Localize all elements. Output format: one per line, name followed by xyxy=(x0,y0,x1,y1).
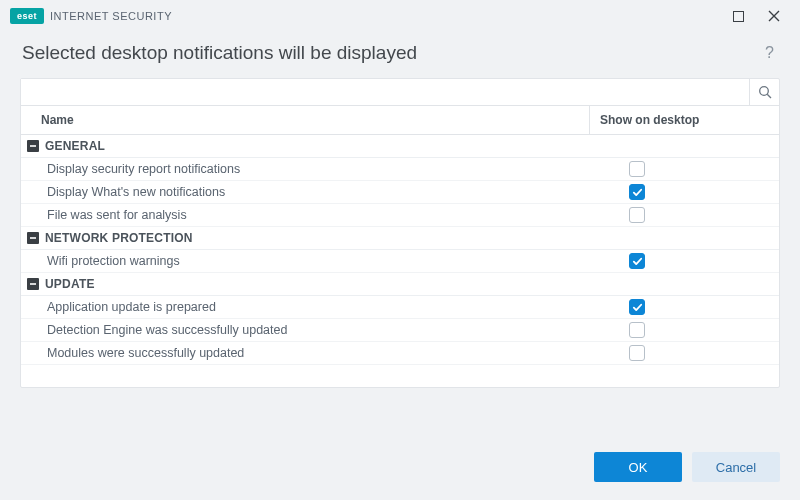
show-on-desktop-checkbox[interactable] xyxy=(629,184,645,200)
titlebar: eset INTERNET SECURITY xyxy=(0,0,800,32)
notifications-table: Name Show on desktop GENERALDisplay secu… xyxy=(20,78,780,388)
table-row[interactable]: Wifi protection warnings xyxy=(21,250,779,273)
dialog-window: eset INTERNET SECURITY Selected desktop … xyxy=(0,0,800,500)
svg-point-1 xyxy=(759,87,768,96)
svg-rect-3 xyxy=(30,237,36,239)
item-name: Application update is prepared xyxy=(21,296,589,318)
maximize-icon xyxy=(733,11,744,22)
item-name: File was sent for analysis xyxy=(21,204,589,226)
brand-logo: eset xyxy=(10,8,44,24)
show-on-desktop-checkbox[interactable] xyxy=(629,345,645,361)
help-button[interactable]: ? xyxy=(761,42,778,64)
show-on-desktop-checkbox[interactable] xyxy=(629,253,645,269)
dialog-footer: OK Cancel xyxy=(0,388,800,500)
table-row[interactable]: Display What's new notifications xyxy=(21,181,779,204)
table-row[interactable]: File was sent for analysis xyxy=(21,204,779,227)
item-check-cell xyxy=(589,345,779,361)
show-on-desktop-checkbox[interactable] xyxy=(629,207,645,223)
svg-rect-0 xyxy=(733,11,743,21)
group-row[interactable]: NETWORK PROTECTION xyxy=(21,227,779,250)
item-check-cell xyxy=(589,253,779,269)
close-icon xyxy=(768,10,780,22)
help-icon: ? xyxy=(765,44,774,61)
item-name: Display security report notifications xyxy=(21,158,589,180)
item-name: Modules were successfully updated xyxy=(21,342,589,364)
item-check-cell xyxy=(589,207,779,223)
search-row xyxy=(21,79,779,106)
collapse-icon[interactable] xyxy=(27,232,39,244)
show-on-desktop-checkbox[interactable] xyxy=(629,161,645,177)
show-on-desktop-checkbox[interactable] xyxy=(629,299,645,315)
close-button[interactable] xyxy=(756,2,792,30)
table-row[interactable]: Modules were successfully updated xyxy=(21,342,779,365)
group-label: NETWORK PROTECTION xyxy=(45,231,193,245)
svg-rect-4 xyxy=(30,283,36,285)
search-button[interactable] xyxy=(749,79,779,105)
item-name: Display What's new notifications xyxy=(21,181,589,203)
page-title: Selected desktop notifications will be d… xyxy=(22,42,761,64)
collapse-icon[interactable] xyxy=(27,140,39,152)
item-check-cell xyxy=(589,184,779,200)
search-icon xyxy=(758,85,772,99)
show-on-desktop-checkbox[interactable] xyxy=(629,322,645,338)
group-label: UPDATE xyxy=(45,277,95,291)
group-label: GENERAL xyxy=(45,139,105,153)
column-header-name[interactable]: Name xyxy=(21,106,589,134)
table-row[interactable]: Application update is prepared xyxy=(21,296,779,319)
table-body: GENERALDisplay security report notificat… xyxy=(21,135,779,365)
ok-button[interactable]: OK xyxy=(594,452,682,482)
svg-rect-2 xyxy=(30,145,36,147)
column-header-show[interactable]: Show on desktop xyxy=(589,106,779,134)
brand-product: INTERNET SECURITY xyxy=(50,10,172,22)
table-header: Name Show on desktop xyxy=(21,106,779,135)
item-check-cell xyxy=(589,161,779,177)
cancel-button[interactable]: Cancel xyxy=(692,452,780,482)
item-check-cell xyxy=(589,322,779,338)
collapse-icon[interactable] xyxy=(27,278,39,290)
item-name: Detection Engine was successfully update… xyxy=(21,319,589,341)
search-input[interactable] xyxy=(21,79,749,105)
item-check-cell xyxy=(589,299,779,315)
table-row[interactable]: Detection Engine was successfully update… xyxy=(21,319,779,342)
item-name: Wifi protection warnings xyxy=(21,250,589,272)
brand: eset INTERNET SECURITY xyxy=(10,8,172,24)
table-row[interactable]: Display security report notifications xyxy=(21,158,779,181)
group-row[interactable]: GENERAL xyxy=(21,135,779,158)
subtitle-row: Selected desktop notifications will be d… xyxy=(0,32,800,78)
maximize-button[interactable] xyxy=(720,2,756,30)
group-row[interactable]: UPDATE xyxy=(21,273,779,296)
